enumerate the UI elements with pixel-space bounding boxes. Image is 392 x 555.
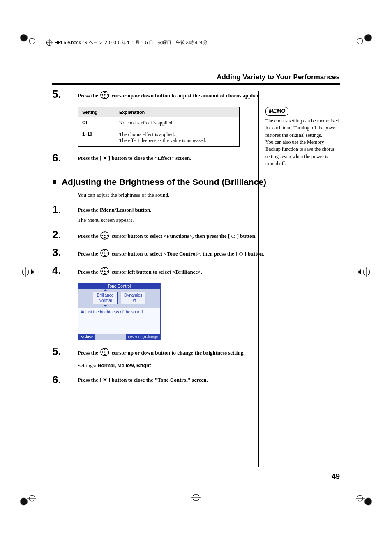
step-number: 1.	[52, 204, 78, 215]
svg-marker-29	[104, 92, 106, 93]
section-heading-brilliance: ■ Adjusting the Brightness of the Sound …	[52, 177, 340, 187]
register-mark-bl	[20, 489, 36, 506]
x-icon: ✕	[103, 377, 107, 383]
chorus-step-5: 5. Press the cursor up or down button to…	[52, 89, 340, 102]
step6-mid: ] button to close the "Effect" screen.	[107, 155, 191, 161]
step-number: 5.	[52, 346, 78, 357]
th-explanation: Explanation	[115, 107, 240, 117]
svg-point-40	[104, 252, 106, 253]
svg-marker-50	[107, 270, 108, 272]
target-icon	[46, 40, 52, 46]
ss-tab-brilliance: Brilliance Normal	[93, 292, 118, 304]
chorus-settings-table: Setting Explanation Off No chorus effect…	[78, 107, 240, 147]
step6-pre: Press the [	[78, 155, 103, 161]
x-icon: ✕	[103, 155, 107, 161]
svg-marker-53	[104, 349, 106, 350]
register-mark-br	[356, 489, 372, 506]
settings-value: Normal, Mellow, Bright	[98, 363, 151, 368]
svg-marker-30	[104, 97, 106, 98]
svg-marker-56	[107, 351, 108, 353]
chorus-step-6: 6. Press the [ ✕ ] button to close the "…	[52, 152, 340, 163]
brilliance-step-6: 6. Press the [ ✕ ] button to close the "…	[52, 374, 340, 385]
ss-body	[78, 316, 160, 334]
register-mark-mr	[357, 267, 371, 277]
brilliance-step-3: 3. Press the cursor button to select <To…	[52, 247, 340, 260]
settings-label: Settings:	[78, 362, 98, 368]
table-row: 1–10 The chorus effect is applied. The e…	[78, 129, 240, 146]
ss-title: Tone Control	[78, 283, 160, 289]
title-rule	[52, 83, 340, 85]
brilliance-step-1: 1. Press the [Menu/Lesson] button. The M…	[52, 204, 340, 224]
step1-sub: The Menu screen appears.	[78, 216, 267, 224]
step2-post: ] button.	[235, 233, 256, 239]
register-mark-ml	[21, 267, 35, 277]
svg-point-0	[20, 34, 28, 41]
ss-footer: ✕Close ⊙Select ◇Change	[78, 334, 160, 340]
register-mark-tr	[356, 34, 372, 50]
cell-setting: Off	[78, 117, 115, 129]
step3-mid: cursor button to select <Tone Control>, …	[110, 251, 239, 257]
svg-marker-54	[104, 354, 106, 355]
register-mark-tl	[20, 34, 36, 50]
step5b-pre: Press the	[78, 350, 99, 356]
svg-marker-35	[104, 232, 106, 233]
step6b-pre: Press the [	[78, 377, 103, 383]
step2-mid: cursor button to select <Functions>, the…	[110, 233, 231, 239]
th-setting: Setting	[78, 107, 115, 117]
svg-point-28	[104, 94, 106, 95]
square-bullet-icon: ■	[52, 177, 57, 186]
step5-post: cursor up or down button to adjust the a…	[110, 92, 261, 99]
step-number: 3.	[52, 247, 78, 258]
svg-marker-37	[101, 235, 103, 236]
cursor-icon	[100, 90, 109, 102]
svg-marker-43	[101, 252, 103, 254]
cell-setting: 1–10	[78, 129, 115, 146]
svg-marker-11	[31, 269, 35, 274]
svg-marker-48	[104, 273, 106, 274]
svg-marker-31	[101, 94, 103, 96]
step4-post: cursor left button to select <Brilliance…	[110, 268, 202, 274]
step2-pre: Press the	[78, 233, 99, 239]
cell-explanation: The chorus effect is applied. The effect…	[115, 129, 240, 146]
step5b-post: cursor up or down button to change the b…	[110, 350, 244, 356]
circle-icon	[231, 235, 235, 238]
ss-desc: Adjust the brightness of the sound.	[78, 308, 160, 316]
ss-footer-select-change: ⊙Select ◇Change	[126, 334, 160, 340]
svg-point-52	[104, 351, 106, 352]
cursor-icon	[100, 348, 109, 359]
step6b-post: ] button to close the "Tone Control" scr…	[107, 377, 208, 383]
cell-explanation: No chorus effect is applied.	[115, 117, 240, 129]
page-number: 49	[332, 472, 340, 481]
register-mark-bc	[191, 493, 201, 502]
svg-point-7	[364, 34, 372, 41]
step1-text: Press the [Menu/Lesson] button.	[78, 206, 267, 214]
svg-point-34	[104, 235, 106, 236]
page-title: Adding Variety to Your Performances	[217, 73, 340, 81]
step4-pre: Press the	[78, 268, 99, 274]
svg-marker-47	[104, 268, 106, 269]
ss-tab1-line1: Brilliance	[96, 293, 115, 297]
svg-marker-49	[101, 270, 103, 272]
section-intro: You can adjust the brightness of the sou…	[78, 192, 267, 198]
svg-marker-41	[104, 250, 106, 251]
brilliance-step-5: 5. Press the cursor up or down button to…	[52, 346, 340, 369]
svg-point-16	[20, 498, 28, 505]
header-text: HPi-6-e.book 49 ページ ２００５年１１月１５日 火曜日 午後３時…	[55, 39, 208, 46]
table-row: Off No chorus effect is applied.	[78, 117, 240, 129]
step3-post: ] button.	[243, 251, 264, 257]
svg-marker-12	[357, 269, 361, 274]
cursor-icon	[100, 231, 109, 242]
tone-control-screenshot: Tone Control Brilliance Normal Dynamics …	[78, 283, 161, 340]
step-number: 4.	[52, 265, 78, 276]
svg-marker-32	[107, 94, 108, 96]
svg-point-46	[104, 270, 106, 272]
svg-marker-44	[107, 252, 108, 254]
step-number: 6.	[52, 152, 78, 163]
circle-icon	[239, 252, 243, 256]
svg-point-23	[364, 498, 372, 505]
brilliance-step-2: 2. Press the cursor button to select <Fu…	[52, 229, 340, 242]
ss-tab1-line2: Normal	[96, 298, 115, 303]
book-header: HPi-6-e.book 49 ページ ２００５年１１月１５日 火曜日 午後３時…	[46, 39, 208, 46]
cursor-icon	[100, 249, 109, 260]
ss-tab2-line1: Dynamics	[124, 293, 143, 297]
